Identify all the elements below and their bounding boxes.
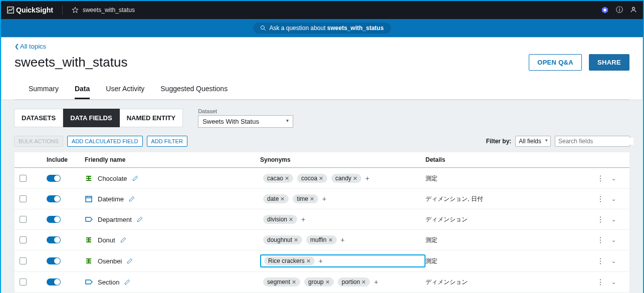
- add-synonym-icon[interactable]: +: [319, 257, 323, 265]
- row-menu-icon[interactable]: ⋯: [597, 277, 604, 286]
- col-details: Details: [425, 156, 576, 163]
- remove-synonym-icon[interactable]: ✕: [280, 196, 285, 202]
- synonym-pill[interactable]: portion ✕: [338, 277, 370, 286]
- tab-user-activity[interactable]: User Activity: [106, 80, 144, 99]
- remove-synonym-icon[interactable]: ✕: [306, 258, 311, 264]
- row-menu-icon[interactable]: ⋯: [597, 256, 604, 265]
- remove-synonym-icon[interactable]: ✕: [310, 196, 314, 202]
- synonyms-cell: segment ✕group ✕portion ✕+: [260, 276, 425, 287]
- include-toggle[interactable]: [47, 195, 61, 202]
- add-synonym-icon[interactable]: +: [374, 278, 378, 286]
- row-checkbox[interactable]: [20, 236, 27, 243]
- include-toggle[interactable]: [47, 216, 61, 223]
- row-menu-icon[interactable]: ⋯: [597, 235, 604, 244]
- edit-icon[interactable]: [137, 216, 143, 222]
- tab-data[interactable]: Data: [75, 80, 90, 99]
- details-cell: 測定: [425, 174, 576, 183]
- edit-icon[interactable]: [127, 258, 133, 264]
- remove-synonym-icon[interactable]: ✕: [294, 237, 298, 243]
- edit-icon[interactable]: [132, 175, 138, 181]
- synonym-pill[interactable]: muffin ✕: [306, 235, 336, 244]
- synonym-pill[interactable]: cacao ✕: [263, 174, 293, 183]
- expand-row-icon[interactable]: ⌄: [611, 196, 616, 202]
- field-name: Chocolate: [98, 175, 127, 182]
- search-fields-input[interactable]: [555, 136, 630, 147]
- synonym-pill[interactable]: cocoa ✕: [297, 174, 327, 183]
- open-qa-button[interactable]: OPEN Q&A: [529, 54, 582, 71]
- tab-summary[interactable]: Summary: [29, 80, 59, 99]
- search-input[interactable]: [558, 138, 633, 145]
- remove-synonym-icon[interactable]: ✕: [292, 279, 296, 285]
- col-synonyms: Synonyms: [260, 156, 425, 163]
- row-checkbox[interactable]: [20, 175, 27, 182]
- remove-synonym-icon[interactable]: ✕: [353, 175, 357, 182]
- row-checkbox[interactable]: [20, 195, 27, 202]
- row-menu-icon[interactable]: ⋯: [597, 194, 604, 203]
- remove-synonym-icon[interactable]: ✕: [289, 216, 293, 223]
- synonym-pill[interactable]: doughnut ✕: [263, 235, 302, 244]
- expand-row-icon[interactable]: ⌄: [611, 175, 616, 182]
- expand-row-icon[interactable]: ⌄: [611, 216, 616, 223]
- subtab-data-fields[interactable]: DATA FIELDS: [63, 109, 120, 127]
- include-toggle[interactable]: [47, 257, 61, 264]
- topbar: QuickSight sweets_with_status ⓘ: [1, 1, 643, 19]
- measure-icon: [85, 174, 93, 182]
- ask-question-pill[interactable]: Ask a question about sweets_with_status: [253, 23, 390, 34]
- remove-synonym-icon[interactable]: ✕: [328, 237, 333, 243]
- brand[interactable]: QuickSight: [7, 6, 53, 14]
- add-synonym-icon[interactable]: +: [365, 174, 369, 182]
- include-toggle[interactable]: [47, 175, 61, 182]
- work-area: DATASETS DATA FIELDS NAMED ENTITY Datase…: [1, 100, 643, 293]
- topbar-title: sweets_with_status: [83, 7, 135, 14]
- edit-icon[interactable]: [124, 279, 130, 285]
- add-synonym-icon[interactable]: +: [322, 195, 326, 203]
- details-cell: ディメンション, 日付: [425, 195, 576, 203]
- remove-synonym-icon[interactable]: ✕: [319, 175, 323, 182]
- user-icon[interactable]: [630, 6, 637, 15]
- synonym-pill[interactable]: Rice crackers ✕: [264, 256, 315, 265]
- field-name: Osenbei: [98, 257, 122, 265]
- synonym-pill[interactable]: date ✕: [263, 194, 289, 203]
- subtab-datasets[interactable]: DATASETS: [14, 109, 63, 127]
- expand-row-icon[interactable]: ⌄: [611, 279, 616, 285]
- dataset-label: Dataset: [198, 108, 293, 114]
- synonym-pill[interactable]: segment ✕: [263, 277, 300, 286]
- tabs: Summary Data User Activity Suggested Que…: [15, 80, 629, 100]
- col-friendly: Friendly name: [85, 156, 260, 163]
- hex-badge-icon[interactable]: [601, 6, 609, 14]
- edit-icon[interactable]: [120, 237, 126, 243]
- row-checkbox[interactable]: [20, 216, 27, 223]
- synonym-pill[interactable]: division ✕: [263, 215, 297, 224]
- include-toggle[interactable]: [47, 236, 61, 243]
- add-synonym-icon[interactable]: +: [301, 215, 305, 223]
- dataset-select[interactable]: Sweets With Status: [198, 115, 293, 128]
- synonyms-cell: cacao ✕cocoa ✕candy ✕+: [260, 173, 425, 184]
- synonym-pill[interactable]: time ✕: [293, 194, 318, 203]
- add-calculated-field-button[interactable]: ADD CALCULATED FIELD: [67, 136, 142, 147]
- filter-by-select[interactable]: All fields: [515, 136, 551, 147]
- expand-row-icon[interactable]: ⌄: [611, 237, 616, 243]
- favorite-icon[interactable]: [72, 7, 79, 14]
- add-filter-button[interactable]: ADD FILTER: [147, 136, 187, 147]
- remove-synonym-icon[interactable]: ✕: [325, 279, 330, 285]
- edit-icon[interactable]: [129, 196, 135, 202]
- add-synonym-icon[interactable]: +: [341, 236, 345, 244]
- include-toggle[interactable]: [47, 278, 61, 285]
- synonym-pill[interactable]: candy ✕: [331, 174, 361, 183]
- search-q-icon: [260, 25, 266, 31]
- row-checkbox[interactable]: [20, 278, 27, 285]
- help-icon[interactable]: ⓘ: [616, 6, 623, 15]
- row-menu-icon[interactable]: ⋯: [597, 215, 604, 224]
- ask-topic: sweets_with_status: [327, 25, 384, 32]
- synonyms-cell: date ✕time ✕+: [260, 193, 425, 204]
- remove-synonym-icon[interactable]: ✕: [361, 279, 366, 285]
- row-menu-icon[interactable]: ⋯: [597, 174, 604, 183]
- subtab-named-entity[interactable]: NAMED ENTITY: [120, 109, 183, 127]
- row-checkbox[interactable]: [20, 257, 27, 264]
- remove-synonym-icon[interactable]: ✕: [285, 175, 289, 182]
- share-button[interactable]: SHARE: [589, 54, 629, 71]
- synonym-pill[interactable]: group ✕: [304, 277, 334, 286]
- back-link[interactable]: ❮ All topics: [15, 43, 629, 50]
- expand-row-icon[interactable]: ⌄: [611, 258, 616, 264]
- tab-suggested-questions[interactable]: Suggested Questions: [160, 80, 228, 99]
